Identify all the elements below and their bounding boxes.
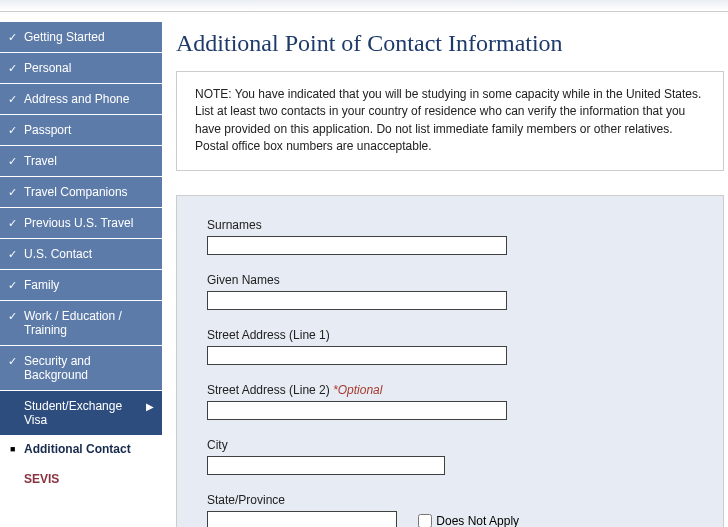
surnames-label: Surnames	[207, 218, 693, 232]
main-content: Additional Point of Contact Information …	[162, 12, 728, 527]
given-names-input[interactable]	[207, 291, 507, 310]
nav-label: Student/Exchange Visa	[24, 399, 122, 427]
sidebar-item-security[interactable]: ✓Security and Background	[0, 346, 162, 390]
sidebar-sub-additional-contact[interactable]: ■Additional Contact	[0, 436, 162, 462]
arrow-right-icon: ▶	[146, 401, 154, 412]
nav-label: Passport	[24, 123, 71, 137]
sidebar-item-us-contact[interactable]: ✓U.S. Contact	[0, 239, 162, 269]
given-names-label: Given Names	[207, 273, 693, 287]
city-input[interactable]	[207, 456, 445, 475]
nav-label: Work / Education / Training	[24, 309, 122, 337]
street1-input[interactable]	[207, 346, 507, 365]
nav-label: Getting Started	[24, 30, 105, 44]
page-title: Additional Point of Contact Information	[176, 30, 724, 57]
sidebar-item-travel-companions[interactable]: ✓Travel Companions	[0, 177, 162, 207]
checkmark-icon: ✓	[8, 31, 17, 44]
sidebar-item-family[interactable]: ✓Family	[0, 270, 162, 300]
checkmark-icon: ✓	[8, 248, 17, 261]
street1-label: Street Address (Line 1)	[207, 328, 693, 342]
does-not-apply-label: Does Not Apply	[436, 514, 519, 527]
sidebar-item-passport[interactable]: ✓Passport	[0, 115, 162, 145]
field-given-names: Given Names	[207, 273, 693, 310]
nav-label: SEVIS	[24, 472, 59, 486]
street2-input[interactable]	[207, 401, 507, 420]
sidebar-item-travel[interactable]: ✓Travel	[0, 146, 162, 176]
field-state: State/Province Does Not Apply	[207, 493, 693, 527]
sidebar-item-getting-started[interactable]: ✓Getting Started	[0, 22, 162, 52]
checkmark-icon: ✓	[8, 279, 17, 292]
nav-label: Family	[24, 278, 59, 292]
sidebar-sub-sevis[interactable]: SEVIS	[0, 466, 162, 492]
checkmark-icon: ✓	[8, 186, 17, 199]
does-not-apply-group: Does Not Apply	[418, 514, 519, 527]
nav-label: U.S. Contact	[24, 247, 92, 261]
note-text: NOTE: You have indicated that you will b…	[195, 87, 701, 153]
checkmark-icon: ✓	[8, 355, 17, 368]
sidebar-item-work-education[interactable]: ✓Work / Education / Training	[0, 301, 162, 345]
checkmark-icon: ✓	[8, 62, 17, 75]
sidebar-item-personal[interactable]: ✓Personal	[0, 53, 162, 83]
bullet-icon: ■	[10, 444, 15, 454]
sidebar-item-student-exchange[interactable]: Student/Exchange Visa▶	[0, 391, 162, 435]
sidebar-item-previous-us-travel[interactable]: ✓Previous U.S. Travel	[0, 208, 162, 238]
surnames-input[interactable]	[207, 236, 507, 255]
state-label: State/Province	[207, 493, 693, 507]
nav-label: Previous U.S. Travel	[24, 216, 133, 230]
checkmark-icon: ✓	[8, 217, 17, 230]
nav-label: Travel Companions	[24, 185, 128, 199]
field-street1: Street Address (Line 1)	[207, 328, 693, 365]
optional-flag: *Optional	[333, 383, 382, 397]
nav-label: Security and Background	[24, 354, 91, 382]
checkmark-icon: ✓	[8, 124, 17, 137]
sidebar-nav: ✓Getting Started ✓Personal ✓Address and …	[0, 22, 162, 527]
note-box: NOTE: You have indicated that you will b…	[176, 71, 724, 171]
nav-label: Travel	[24, 154, 57, 168]
checkmark-icon: ✓	[8, 155, 17, 168]
checkmark-icon: ✓	[8, 310, 17, 323]
sidebar-item-address-phone[interactable]: ✓Address and Phone	[0, 84, 162, 114]
field-street2: Street Address (Line 2) *Optional	[207, 383, 693, 420]
nav-label: Address and Phone	[24, 92, 129, 106]
nav-label: Additional Contact	[24, 442, 131, 456]
nav-label: Personal	[24, 61, 71, 75]
city-label: City	[207, 438, 693, 452]
street2-label: Street Address (Line 2) *Optional	[207, 383, 693, 397]
checkmark-icon: ✓	[8, 93, 17, 106]
field-city: City	[207, 438, 693, 475]
state-input[interactable]	[207, 511, 397, 527]
field-surnames: Surnames	[207, 218, 693, 255]
form-panel: Surnames Given Names Street Address (Lin…	[176, 195, 724, 527]
does-not-apply-checkbox[interactable]	[418, 514, 432, 527]
